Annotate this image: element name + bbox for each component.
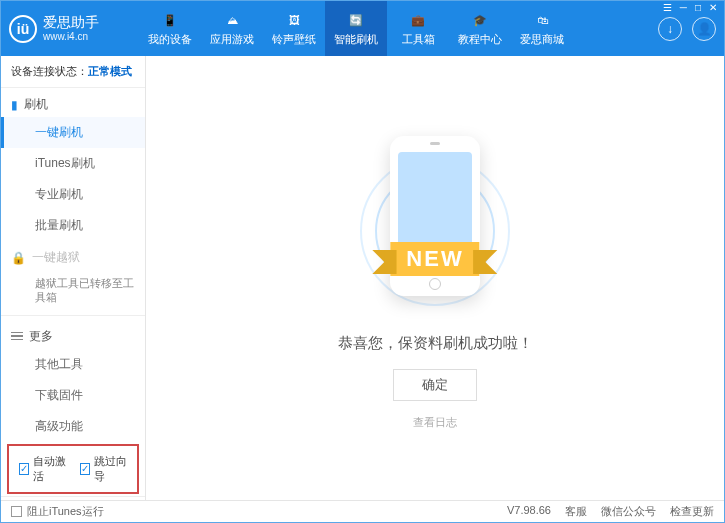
connection-status: 设备连接状态：正常模式: [1, 56, 145, 88]
ok-button[interactable]: 确定: [393, 369, 477, 401]
logo: iü 爱思助手 www.i4.cn: [9, 15, 139, 43]
success-message: 恭喜您，保资料刷机成功啦！: [338, 334, 533, 353]
lock-icon: 🔒: [11, 251, 26, 265]
device-info[interactable]: ▯iPhone 12 mini 64GB Down-12mini-13,1: [1, 496, 145, 500]
checkbox-skip-guide[interactable]: ✓跳过向导: [80, 454, 127, 484]
top-nav: 📱我的设备 ⛰应用游戏 🖼铃声壁纸 🔄智能刷机 💼工具箱 🎓教程中心 🛍爱思商城: [139, 1, 658, 56]
wechat-link[interactable]: 微信公众号: [601, 504, 656, 519]
nav-store[interactable]: 🛍爱思商城: [511, 1, 573, 56]
apps-icon: ⛰: [222, 10, 242, 30]
settings-icon[interactable]: ☰: [663, 2, 672, 13]
maximize-icon[interactable]: □: [695, 2, 701, 13]
version-label: V7.98.66: [507, 504, 551, 519]
section-flash[interactable]: ▮ 刷机: [1, 88, 145, 117]
nav-my-device[interactable]: 📱我的设备: [139, 1, 201, 56]
device-icon: 📱: [160, 10, 180, 30]
sidebar-item-download[interactable]: 下载固件: [1, 380, 145, 411]
download-button[interactable]: ↓: [658, 17, 682, 41]
minimize-icon[interactable]: ─: [680, 2, 687, 13]
app-name: 爱思助手: [43, 15, 99, 30]
options-highlight: ✓自动激活 ✓跳过向导: [7, 444, 139, 494]
sidebar-item-pro[interactable]: 专业刷机: [1, 179, 145, 210]
logo-icon: iü: [9, 15, 37, 43]
success-illustration: NEW: [355, 126, 515, 316]
toolbox-icon: 💼: [408, 10, 428, 30]
new-ribbon: NEW: [390, 242, 479, 276]
main-content: NEW 恭喜您，保资料刷机成功啦！ 确定 查看日志: [146, 56, 724, 500]
app-url: www.i4.cn: [43, 31, 99, 42]
sidebar-item-advanced[interactable]: 高级功能: [1, 411, 145, 442]
nav-toolbox[interactable]: 💼工具箱: [387, 1, 449, 56]
section-jailbreak: 🔒 一键越狱: [1, 241, 145, 270]
update-link[interactable]: 检查更新: [670, 504, 714, 519]
section-more[interactable]: 更多: [1, 320, 145, 349]
sidebar-item-batch[interactable]: 批量刷机: [1, 210, 145, 241]
menu-icon: [11, 330, 23, 343]
nav-apps[interactable]: ⛰应用游戏: [201, 1, 263, 56]
checkbox-auto-activate[interactable]: ✓自动激活: [19, 454, 66, 484]
tutorial-icon: 🎓: [470, 10, 490, 30]
nav-ringtone[interactable]: 🖼铃声壁纸: [263, 1, 325, 56]
nav-tutorial[interactable]: 🎓教程中心: [449, 1, 511, 56]
jailbreak-note: 越狱工具已转移至工具箱: [1, 270, 145, 311]
window-controls: ☰ ─ □ ✕: [663, 2, 717, 13]
sidebar-item-other[interactable]: 其他工具: [1, 349, 145, 380]
nav-flash[interactable]: 🔄智能刷机: [325, 1, 387, 56]
sidebar-item-itunes[interactable]: iTunes刷机: [1, 148, 145, 179]
store-icon: 🛍: [532, 10, 552, 30]
view-log-link[interactable]: 查看日志: [413, 415, 457, 430]
support-link[interactable]: 客服: [565, 504, 587, 519]
sidebar-item-oneclick[interactable]: 一键刷机: [1, 117, 145, 148]
flash-icon: 🔄: [346, 10, 366, 30]
user-button[interactable]: 👤: [692, 17, 716, 41]
phone-icon: ▮: [11, 98, 18, 112]
checkbox-block-itunes[interactable]: [11, 506, 22, 517]
header: iü 爱思助手 www.i4.cn 📱我的设备 ⛰应用游戏 🖼铃声壁纸 🔄智能刷…: [1, 1, 724, 56]
footer: 阻止iTunes运行 V7.98.66 客服 微信公众号 检查更新: [1, 500, 724, 522]
sidebar: 设备连接状态：正常模式 ▮ 刷机 一键刷机 iTunes刷机 专业刷机 批量刷机…: [1, 56, 146, 500]
close-icon[interactable]: ✕: [709, 2, 717, 13]
wallpaper-icon: 🖼: [284, 10, 304, 30]
